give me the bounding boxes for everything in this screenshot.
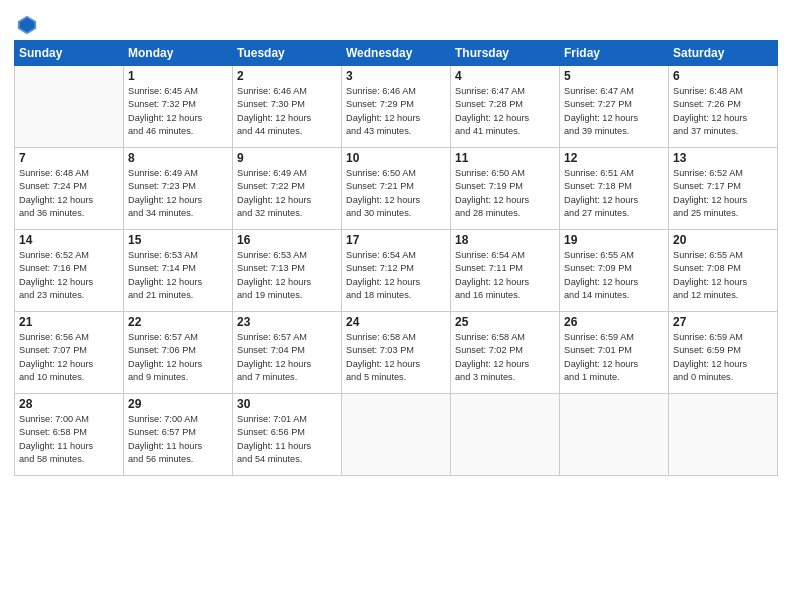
day-number: 23 xyxy=(237,315,337,329)
calendar-cell: 15Sunrise: 6:53 AM Sunset: 7:14 PM Dayli… xyxy=(124,230,233,312)
day-info: Sunrise: 6:57 AM Sunset: 7:06 PM Dayligh… xyxy=(128,331,228,384)
calendar-cell xyxy=(15,66,124,148)
calendar-header-friday: Friday xyxy=(560,41,669,66)
calendar-cell: 30Sunrise: 7:01 AM Sunset: 6:56 PM Dayli… xyxy=(233,394,342,476)
day-info: Sunrise: 6:56 AM Sunset: 7:07 PM Dayligh… xyxy=(19,331,119,384)
calendar-cell: 11Sunrise: 6:50 AM Sunset: 7:19 PM Dayli… xyxy=(451,148,560,230)
day-number: 9 xyxy=(237,151,337,165)
day-info: Sunrise: 6:52 AM Sunset: 7:17 PM Dayligh… xyxy=(673,167,773,220)
calendar-week-1: 1Sunrise: 6:45 AM Sunset: 7:32 PM Daylig… xyxy=(15,66,778,148)
calendar-cell: 6Sunrise: 6:48 AM Sunset: 7:26 PM Daylig… xyxy=(669,66,778,148)
calendar-header-saturday: Saturday xyxy=(669,41,778,66)
calendar-week-2: 7Sunrise: 6:48 AM Sunset: 7:24 PM Daylig… xyxy=(15,148,778,230)
calendar-cell: 7Sunrise: 6:48 AM Sunset: 7:24 PM Daylig… xyxy=(15,148,124,230)
calendar-cell: 8Sunrise: 6:49 AM Sunset: 7:23 PM Daylig… xyxy=(124,148,233,230)
day-number: 10 xyxy=(346,151,446,165)
day-info: Sunrise: 6:50 AM Sunset: 7:21 PM Dayligh… xyxy=(346,167,446,220)
day-number: 25 xyxy=(455,315,555,329)
calendar-cell: 10Sunrise: 6:50 AM Sunset: 7:21 PM Dayli… xyxy=(342,148,451,230)
calendar-week-5: 28Sunrise: 7:00 AM Sunset: 6:58 PM Dayli… xyxy=(15,394,778,476)
day-info: Sunrise: 6:47 AM Sunset: 7:28 PM Dayligh… xyxy=(455,85,555,138)
calendar-header-sunday: Sunday xyxy=(15,41,124,66)
calendar-cell xyxy=(560,394,669,476)
day-info: Sunrise: 6:48 AM Sunset: 7:26 PM Dayligh… xyxy=(673,85,773,138)
day-number: 24 xyxy=(346,315,446,329)
day-info: Sunrise: 6:59 AM Sunset: 7:01 PM Dayligh… xyxy=(564,331,664,384)
day-info: Sunrise: 6:45 AM Sunset: 7:32 PM Dayligh… xyxy=(128,85,228,138)
day-number: 2 xyxy=(237,69,337,83)
day-info: Sunrise: 6:52 AM Sunset: 7:16 PM Dayligh… xyxy=(19,249,119,302)
calendar-cell: 20Sunrise: 6:55 AM Sunset: 7:08 PM Dayli… xyxy=(669,230,778,312)
day-number: 8 xyxy=(128,151,228,165)
day-info: Sunrise: 6:49 AM Sunset: 7:22 PM Dayligh… xyxy=(237,167,337,220)
day-number: 4 xyxy=(455,69,555,83)
calendar-cell: 5Sunrise: 6:47 AM Sunset: 7:27 PM Daylig… xyxy=(560,66,669,148)
page: SundayMondayTuesdayWednesdayThursdayFrid… xyxy=(0,0,792,612)
day-info: Sunrise: 6:58 AM Sunset: 7:02 PM Dayligh… xyxy=(455,331,555,384)
day-info: Sunrise: 6:46 AM Sunset: 7:29 PM Dayligh… xyxy=(346,85,446,138)
day-info: Sunrise: 6:58 AM Sunset: 7:03 PM Dayligh… xyxy=(346,331,446,384)
day-info: Sunrise: 6:46 AM Sunset: 7:30 PM Dayligh… xyxy=(237,85,337,138)
calendar-cell: 28Sunrise: 7:00 AM Sunset: 6:58 PM Dayli… xyxy=(15,394,124,476)
calendar-header-monday: Monday xyxy=(124,41,233,66)
day-number: 26 xyxy=(564,315,664,329)
calendar-cell: 26Sunrise: 6:59 AM Sunset: 7:01 PM Dayli… xyxy=(560,312,669,394)
logo xyxy=(14,14,38,32)
logo-icon xyxy=(16,14,38,36)
calendar-cell: 9Sunrise: 6:49 AM Sunset: 7:22 PM Daylig… xyxy=(233,148,342,230)
day-number: 15 xyxy=(128,233,228,247)
day-info: Sunrise: 6:59 AM Sunset: 6:59 PM Dayligh… xyxy=(673,331,773,384)
day-number: 27 xyxy=(673,315,773,329)
day-info: Sunrise: 6:55 AM Sunset: 7:08 PM Dayligh… xyxy=(673,249,773,302)
calendar: SundayMondayTuesdayWednesdayThursdayFrid… xyxy=(14,40,778,476)
day-number: 12 xyxy=(564,151,664,165)
calendar-cell xyxy=(451,394,560,476)
day-number: 14 xyxy=(19,233,119,247)
day-number: 28 xyxy=(19,397,119,411)
calendar-cell: 4Sunrise: 6:47 AM Sunset: 7:28 PM Daylig… xyxy=(451,66,560,148)
calendar-cell: 3Sunrise: 6:46 AM Sunset: 7:29 PM Daylig… xyxy=(342,66,451,148)
calendar-cell: 19Sunrise: 6:55 AM Sunset: 7:09 PM Dayli… xyxy=(560,230,669,312)
day-number: 1 xyxy=(128,69,228,83)
header xyxy=(14,10,778,32)
calendar-cell: 25Sunrise: 6:58 AM Sunset: 7:02 PM Dayli… xyxy=(451,312,560,394)
calendar-header-tuesday: Tuesday xyxy=(233,41,342,66)
day-info: Sunrise: 6:54 AM Sunset: 7:12 PM Dayligh… xyxy=(346,249,446,302)
day-info: Sunrise: 7:01 AM Sunset: 6:56 PM Dayligh… xyxy=(237,413,337,466)
calendar-cell: 24Sunrise: 6:58 AM Sunset: 7:03 PM Dayli… xyxy=(342,312,451,394)
day-number: 20 xyxy=(673,233,773,247)
calendar-cell: 29Sunrise: 7:00 AM Sunset: 6:57 PM Dayli… xyxy=(124,394,233,476)
day-number: 3 xyxy=(346,69,446,83)
day-info: Sunrise: 6:47 AM Sunset: 7:27 PM Dayligh… xyxy=(564,85,664,138)
calendar-cell: 17Sunrise: 6:54 AM Sunset: 7:12 PM Dayli… xyxy=(342,230,451,312)
day-number: 5 xyxy=(564,69,664,83)
day-number: 19 xyxy=(564,233,664,247)
day-info: Sunrise: 6:50 AM Sunset: 7:19 PM Dayligh… xyxy=(455,167,555,220)
calendar-cell: 2Sunrise: 6:46 AM Sunset: 7:30 PM Daylig… xyxy=(233,66,342,148)
calendar-week-4: 21Sunrise: 6:56 AM Sunset: 7:07 PM Dayli… xyxy=(15,312,778,394)
day-number: 13 xyxy=(673,151,773,165)
day-number: 18 xyxy=(455,233,555,247)
day-info: Sunrise: 6:54 AM Sunset: 7:11 PM Dayligh… xyxy=(455,249,555,302)
calendar-cell: 1Sunrise: 6:45 AM Sunset: 7:32 PM Daylig… xyxy=(124,66,233,148)
day-number: 30 xyxy=(237,397,337,411)
day-info: Sunrise: 6:48 AM Sunset: 7:24 PM Dayligh… xyxy=(19,167,119,220)
day-info: Sunrise: 6:51 AM Sunset: 7:18 PM Dayligh… xyxy=(564,167,664,220)
day-info: Sunrise: 6:53 AM Sunset: 7:14 PM Dayligh… xyxy=(128,249,228,302)
day-number: 17 xyxy=(346,233,446,247)
day-number: 29 xyxy=(128,397,228,411)
day-info: Sunrise: 6:57 AM Sunset: 7:04 PM Dayligh… xyxy=(237,331,337,384)
day-number: 11 xyxy=(455,151,555,165)
calendar-week-3: 14Sunrise: 6:52 AM Sunset: 7:16 PM Dayli… xyxy=(15,230,778,312)
calendar-cell: 23Sunrise: 6:57 AM Sunset: 7:04 PM Dayli… xyxy=(233,312,342,394)
calendar-cell: 13Sunrise: 6:52 AM Sunset: 7:17 PM Dayli… xyxy=(669,148,778,230)
day-info: Sunrise: 6:49 AM Sunset: 7:23 PM Dayligh… xyxy=(128,167,228,220)
day-number: 7 xyxy=(19,151,119,165)
calendar-cell xyxy=(342,394,451,476)
calendar-cell: 12Sunrise: 6:51 AM Sunset: 7:18 PM Dayli… xyxy=(560,148,669,230)
day-number: 16 xyxy=(237,233,337,247)
day-number: 6 xyxy=(673,69,773,83)
calendar-cell: 18Sunrise: 6:54 AM Sunset: 7:11 PM Dayli… xyxy=(451,230,560,312)
calendar-cell xyxy=(669,394,778,476)
calendar-header-thursday: Thursday xyxy=(451,41,560,66)
